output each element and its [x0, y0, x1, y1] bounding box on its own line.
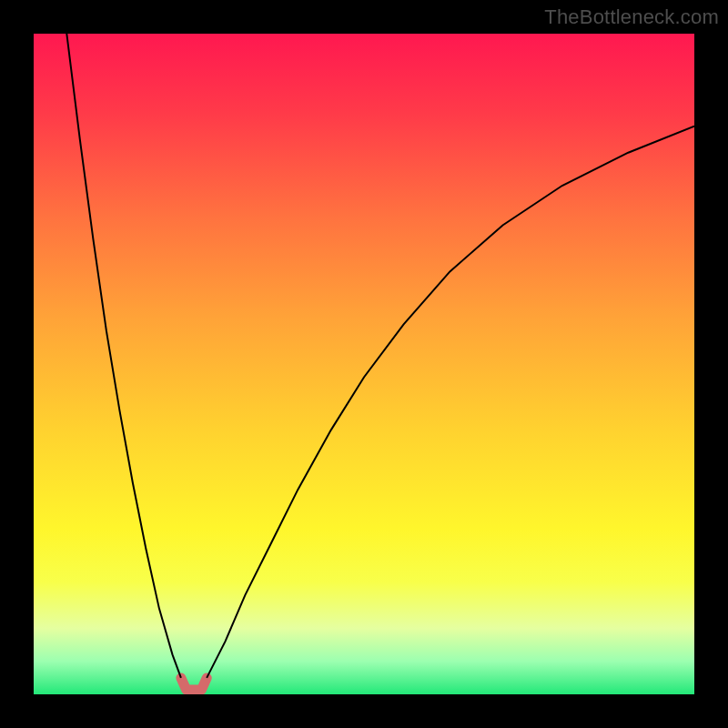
valley-marker: [181, 678, 207, 690]
watermark-text: TheBottleneck.com: [544, 5, 719, 29]
right-branch-curve: [207, 126, 694, 678]
plot-area: [34, 34, 694, 694]
curve-layer: [34, 34, 694, 694]
left-branch-curve: [66, 34, 181, 678]
chart-frame: TheBottleneck.com: [0, 0, 728, 728]
